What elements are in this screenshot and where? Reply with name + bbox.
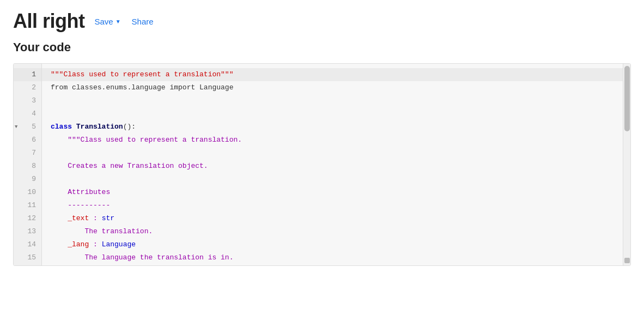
code-line: class Translation(): bbox=[42, 120, 630, 134]
code-line: _lang : Language bbox=[42, 238, 630, 251]
line-number: 11 bbox=[14, 199, 41, 212]
code-line: Creates a new Translation object. bbox=[42, 160, 630, 173]
line-number: 12 bbox=[14, 212, 41, 225]
code-line bbox=[42, 147, 630, 160]
code-line: from classes.enums.language import Langu… bbox=[42, 81, 630, 94]
line-number: 10 bbox=[14, 186, 41, 199]
line-numbers: 1234▼56789101112131415 bbox=[14, 64, 42, 265]
code-token: Creates a new Translation object. bbox=[51, 160, 208, 173]
save-button[interactable]: Save ▼ bbox=[93, 15, 121, 28]
code-line: _text : str bbox=[42, 212, 630, 225]
section-title: Your code bbox=[0, 38, 644, 63]
scrollbar-thumb[interactable] bbox=[624, 66, 630, 131]
code-token: The language the translation is in. bbox=[51, 251, 233, 264]
page-title: All right bbox=[13, 10, 84, 33]
line-number: 9 bbox=[14, 173, 41, 186]
code-token: ---------- bbox=[51, 199, 110, 212]
header-actions: Save ▼ Share bbox=[93, 15, 154, 28]
code-token: The translation. bbox=[51, 225, 153, 238]
line-number: 2 bbox=[14, 81, 41, 94]
code-editor[interactable]: 1234▼56789101112131415 """Class used to … bbox=[14, 64, 630, 265]
line-number: 13 bbox=[14, 225, 41, 238]
code-line bbox=[42, 94, 630, 107]
code-line: """Class used to represent a translation… bbox=[42, 134, 630, 147]
line-number: 1 bbox=[14, 68, 41, 81]
code-token: class bbox=[51, 120, 76, 134]
page-header: All right Save ▼ Share bbox=[0, 0, 644, 38]
line-number: 14 bbox=[14, 238, 41, 251]
code-token: from classes.enums.language import Langu… bbox=[51, 81, 233, 94]
code-token: : bbox=[89, 238, 101, 251]
line-number: 4 bbox=[14, 107, 41, 120]
scrollbar-track[interactable] bbox=[623, 64, 630, 265]
code-token: Translation bbox=[76, 120, 123, 134]
code-line: ---------- bbox=[42, 199, 630, 212]
code-token: Language bbox=[102, 238, 136, 251]
line-number: ▼5 bbox=[14, 120, 41, 134]
code-line: The translation. bbox=[42, 225, 630, 238]
code-token: _text bbox=[51, 212, 89, 225]
code-line: The language the translation is in. bbox=[42, 251, 630, 264]
code-line bbox=[42, 173, 630, 186]
code-token: str bbox=[102, 212, 114, 225]
code-token: """Class used to represent a translation… bbox=[51, 68, 233, 81]
share-button[interactable]: Share bbox=[131, 15, 155, 28]
line-number: 8 bbox=[14, 160, 41, 173]
code-token: """Class used to represent a translation… bbox=[51, 134, 242, 147]
line-number: 6 bbox=[14, 134, 41, 147]
code-line: Attributes bbox=[42, 186, 630, 199]
code-content[interactable]: """Class used to represent a translation… bbox=[42, 64, 630, 265]
line-number: 15 bbox=[14, 251, 41, 264]
scrollbar-bottom-arrow[interactable] bbox=[624, 258, 630, 263]
chevron-down-icon: ▼ bbox=[116, 19, 121, 25]
line-number: 3 bbox=[14, 94, 41, 107]
line-number: 7 bbox=[14, 147, 41, 160]
code-editor-container: 1234▼56789101112131415 """Class used to … bbox=[13, 63, 631, 266]
collapse-arrow-icon[interactable]: ▼ bbox=[15, 120, 17, 134]
code-token: _lang bbox=[51, 238, 89, 251]
code-line: """Class used to represent a translation… bbox=[42, 68, 630, 81]
code-token: Attributes bbox=[51, 186, 110, 199]
code-line bbox=[42, 107, 630, 120]
code-token: : bbox=[89, 212, 101, 225]
code-token: (): bbox=[123, 120, 136, 134]
